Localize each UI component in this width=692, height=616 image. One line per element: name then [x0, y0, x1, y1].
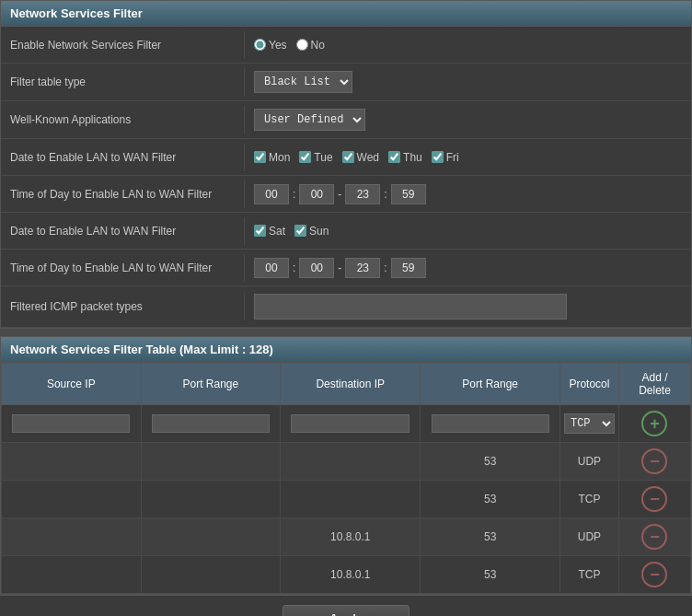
sun-label[interactable]: Sun [294, 225, 329, 238]
tue-checkbox[interactable] [299, 151, 311, 163]
col-protocol: Protocol [559, 364, 618, 405]
input-source-ip-cell [2, 405, 142, 443]
date-weekend-label: Date to Enable LAN to WAN Filter [1, 217, 245, 245]
row3-dest-ip: 10.8.0.1 [281, 518, 421, 556]
wed-label[interactable]: Wed [342, 151, 379, 164]
time-weekend-label: Time of Day to Enable LAN to WAN Filter [1, 254, 245, 282]
input-port-range2[interactable] [432, 414, 549, 433]
well-known-select[interactable]: User Defined HTTP FTP [254, 109, 365, 131]
remove-row1-button[interactable]: − [641, 448, 667, 474]
row1-port-range1 [141, 443, 281, 481]
enable-no-radio[interactable] [296, 39, 308, 51]
enable-no-label[interactable]: No [296, 39, 325, 52]
wed-checkbox[interactable] [342, 151, 354, 163]
icmp-input[interactable] [254, 294, 567, 320]
time1-m1-input[interactable] [299, 184, 334, 204]
fri-label[interactable]: Fri [432, 151, 459, 164]
time-weekdays-control: : - : [245, 177, 691, 212]
fri-checkbox[interactable] [432, 151, 444, 163]
icmp-control [245, 286, 691, 327]
time1-m2-input[interactable] [391, 184, 426, 204]
row4-source-ip [2, 556, 142, 594]
row2-port-range2: 53 [421, 481, 560, 518]
row3-port-range1 [141, 518, 281, 556]
table-row: 10.8.0.1 53 TCP − [2, 556, 691, 594]
enable-yes-radio[interactable] [254, 39, 266, 51]
col-add-delete: Add / Delete [618, 364, 690, 405]
col-dest-ip: Destination IP [281, 364, 421, 405]
remove-row4-button[interactable]: − [641, 562, 667, 587]
apply-button[interactable]: Apply [283, 605, 409, 616]
well-known-label: Well-Known Applications [1, 106, 245, 134]
row2-protocol: TCP [559, 481, 618, 518]
row2-dest-ip [281, 481, 421, 518]
row1-port-range2: 53 [421, 443, 560, 481]
row3-protocol: UDP [559, 518, 618, 556]
sat-label[interactable]: Sat [254, 225, 285, 238]
icmp-label: Filtered ICMP packet types [1, 293, 245, 320]
col-source-ip: Source IP [2, 364, 142, 405]
table-row: 53 TCP − [2, 481, 691, 518]
enable-yes-text: Yes [269, 39, 287, 52]
time-weekdays-label: Time of Day to Enable LAN to WAN Filter [1, 180, 245, 208]
filter-table-type-control: Black List White List [245, 64, 691, 100]
filter-table-type-label: Filter table type [1, 68, 245, 96]
row1-source-ip [2, 443, 142, 481]
filter-table-type-select[interactable]: Black List White List [254, 71, 352, 93]
col-port-range2: Port Range [421, 364, 560, 405]
enable-no-text: No [311, 39, 325, 52]
tue-label[interactable]: Tue [299, 151, 332, 164]
mon-checkbox[interactable] [254, 151, 266, 163]
row1-delete-cell: − [618, 443, 690, 481]
time2-m2-input[interactable] [391, 258, 426, 278]
col-port-range1: Port Range [141, 364, 281, 405]
row4-port-range2: 53 [421, 556, 560, 594]
row4-protocol: TCP [559, 556, 618, 594]
well-known-control: User Defined HTTP FTP [245, 101, 691, 138]
row4-dest-ip: 10.8.0.1 [281, 556, 421, 594]
thu-checkbox[interactable] [388, 151, 400, 163]
input-port-range2-cell [421, 405, 560, 443]
time2-h2-input[interactable] [345, 258, 380, 278]
sat-checkbox[interactable] [254, 225, 266, 237]
input-port-range1-cell [141, 405, 281, 443]
sun-checkbox[interactable] [294, 225, 306, 237]
protocol-select[interactable]: TCP UDP Both [564, 413, 615, 434]
row2-delete-cell: − [618, 481, 690, 518]
row2-source-ip [2, 481, 142, 518]
remove-row2-button[interactable]: − [641, 486, 667, 512]
time2-h1-input[interactable] [254, 258, 289, 278]
time1-h2-input[interactable] [345, 184, 380, 204]
input-dest-ip-cell [281, 405, 421, 443]
row2-port-range1 [141, 481, 281, 518]
row4-delete-cell: − [618, 556, 690, 594]
panel-title: Network Services Filter [1, 1, 691, 27]
input-port-range1[interactable] [152, 414, 270, 433]
date-weekend-control: Sat Sun [245, 217, 691, 245]
add-row-button[interactable]: + [641, 411, 667, 436]
date-weekdays-control: Mon Tue Wed Thu Fri [245, 144, 691, 171]
input-protocol-cell: TCP UDP Both [559, 405, 618, 443]
time2-m1-input[interactable] [299, 258, 334, 278]
time-weekend-control: : - : [245, 250, 691, 285]
table-input-row: TCP UDP Both + [2, 405, 691, 443]
row4-port-range1 [141, 556, 281, 594]
row3-port-range2: 53 [421, 518, 560, 556]
input-dest-ip[interactable] [291, 414, 409, 433]
mon-label[interactable]: Mon [254, 151, 290, 164]
table-row: 53 UDP − [2, 443, 691, 481]
enable-filter-control: Yes No [245, 31, 691, 59]
input-source-ip[interactable] [12, 414, 130, 433]
thu-label[interactable]: Thu [388, 151, 422, 164]
apply-bar: Apply [0, 595, 692, 616]
table-row: 10.8.0.1 53 UDP − [2, 518, 691, 556]
time1-h1-input[interactable] [254, 184, 289, 204]
date-weekdays-label: Date to Enable LAN to WAN Filter [1, 144, 245, 171]
remove-row3-button[interactable]: − [641, 524, 667, 550]
table-panel-title: Network Services Filter Table (Max Limit… [1, 337, 691, 363]
row3-delete-cell: − [618, 518, 690, 556]
add-button-cell: + [618, 405, 690, 443]
enable-yes-label[interactable]: Yes [254, 39, 287, 52]
row1-protocol: UDP [559, 443, 618, 481]
row3-source-ip [2, 518, 142, 556]
